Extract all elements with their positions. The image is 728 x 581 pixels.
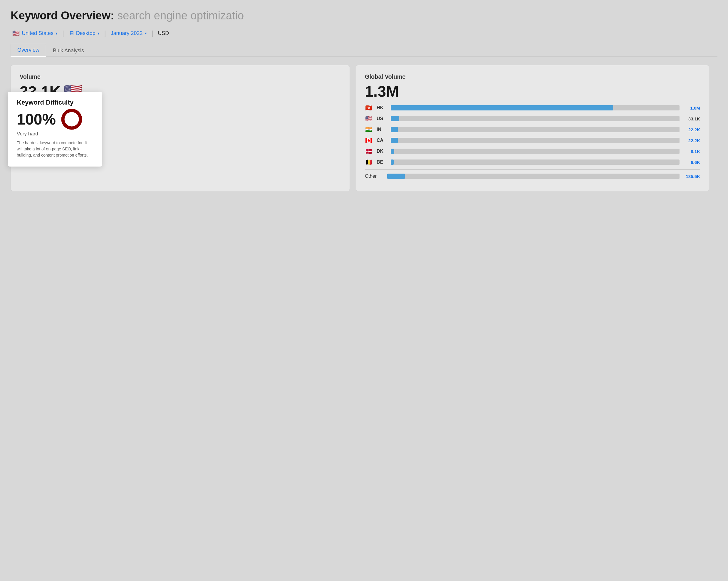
kd-value: 100% bbox=[17, 110, 56, 128]
monitor-icon: 🖥 bbox=[69, 30, 74, 36]
gv-other-bar bbox=[387, 174, 405, 179]
device-label: Desktop bbox=[76, 30, 96, 36]
gv-flag: 🇺🇸 bbox=[365, 115, 373, 122]
global-volume-label: Global Volume bbox=[365, 74, 700, 80]
gv-flag: 🇩🇰 bbox=[365, 148, 373, 155]
country-flag: 🇺🇸 bbox=[12, 30, 20, 37]
global-volume-card: Global Volume 1.3M 🇭🇰 HK 1.0M 🇺🇸 US 33.1… bbox=[356, 65, 709, 191]
gv-other-label: Other bbox=[365, 174, 384, 179]
global-volume-rows: 🇭🇰 HK 1.0M 🇺🇸 US 33.1K 🇮🇳 IN 22.2K 🇨🇦 CA… bbox=[365, 104, 700, 166]
global-volume-value: 1.3M bbox=[365, 82, 700, 100]
country-chevron-icon: ▾ bbox=[55, 31, 58, 35]
gv-bar bbox=[391, 138, 398, 143]
gv-country: US bbox=[376, 116, 387, 121]
separator-1: | bbox=[62, 29, 64, 37]
gv-value: 8.1K bbox=[683, 149, 700, 154]
gv-row: 🇮🇳 IN 22.2K bbox=[365, 126, 700, 133]
gv-value: 6.6K bbox=[683, 160, 700, 165]
gv-value: 22.2K bbox=[683, 138, 700, 143]
gv-flag: 🇭🇰 bbox=[365, 104, 373, 111]
gv-country: HK bbox=[376, 105, 387, 110]
kd-ring-icon bbox=[61, 109, 82, 130]
gv-country: BE bbox=[376, 159, 387, 165]
gv-other-row: Other 185.5K bbox=[365, 174, 700, 179]
gv-country: DK bbox=[376, 149, 387, 154]
device-chevron-icon: ▾ bbox=[98, 31, 100, 35]
country-selector[interactable]: 🇺🇸 United States ▾ bbox=[10, 28, 59, 38]
toolbar: 🇺🇸 United States ▾ | 🖥 Desktop ▾ | Janua… bbox=[10, 28, 718, 38]
gv-flag: 🇧🇪 bbox=[365, 159, 373, 166]
tab-bulk-analysis[interactable]: Bulk Analysis bbox=[46, 44, 91, 57]
gv-country: IN bbox=[376, 127, 387, 132]
gv-bar bbox=[391, 116, 399, 121]
gv-row: 🇩🇰 DK 8.1K bbox=[365, 148, 700, 155]
kd-description: The hardest keyword to compete for. It w… bbox=[17, 140, 93, 158]
date-chevron-icon: ▾ bbox=[145, 31, 147, 35]
gv-flag: 🇨🇦 bbox=[365, 137, 373, 144]
gv-bar bbox=[391, 127, 398, 132]
separator-2: | bbox=[104, 29, 106, 37]
kd-value-row: 100% bbox=[17, 109, 93, 130]
gv-divider bbox=[365, 169, 700, 170]
gv-flag: 🇮🇳 bbox=[365, 126, 373, 133]
gv-row: 🇨🇦 CA 22.2K bbox=[365, 137, 700, 144]
gv-row: 🇭🇰 HK 1.0M bbox=[365, 104, 700, 111]
gv-bar-wrap bbox=[391, 149, 679, 154]
gv-other-bar-wrap bbox=[387, 174, 679, 179]
gv-value: 33.1K bbox=[683, 116, 700, 121]
cards-row: Volume 33.1K 🇺🇸 Keyword Difficulty 100% … bbox=[10, 65, 718, 191]
gv-value: 1.0M bbox=[683, 105, 700, 110]
date-label: January 2022 bbox=[111, 30, 143, 36]
currency-label: USD bbox=[156, 29, 171, 37]
svg-point-1 bbox=[66, 113, 78, 125]
gv-bar-wrap bbox=[391, 116, 679, 121]
volume-card: Volume 33.1K 🇺🇸 Keyword Difficulty 100% … bbox=[10, 65, 350, 191]
gv-row: 🇧🇪 BE 6.6K bbox=[365, 159, 700, 166]
gv-other-value: 185.5K bbox=[683, 174, 700, 179]
kd-descriptor: Very hard bbox=[17, 131, 93, 137]
tab-overview[interactable]: Overview bbox=[10, 44, 46, 57]
gv-bar bbox=[391, 149, 394, 154]
gv-bar bbox=[391, 159, 394, 165]
tabs-bar: Overview Bulk Analysis bbox=[10, 44, 718, 57]
page-title: Keyword Overview: search engine optimiza… bbox=[10, 9, 718, 22]
gv-bar bbox=[391, 105, 613, 110]
kd-title: Keyword Difficulty bbox=[17, 99, 93, 106]
gv-bar-wrap bbox=[391, 127, 679, 132]
separator-3: | bbox=[152, 29, 153, 37]
page-title-keyword: search engine optimizatio bbox=[114, 9, 244, 22]
gv-bar-wrap bbox=[391, 159, 679, 165]
gv-bar-wrap bbox=[391, 138, 679, 143]
device-selector[interactable]: 🖥 Desktop ▾ bbox=[67, 29, 101, 37]
volume-label: Volume bbox=[20, 74, 341, 80]
kd-popup: Keyword Difficulty 100% Very hard The ha… bbox=[8, 91, 102, 166]
gv-row: 🇺🇸 US 33.1K bbox=[365, 115, 700, 122]
gv-country: CA bbox=[376, 138, 387, 143]
page-title-static: Keyword Overview: bbox=[10, 9, 114, 22]
country-label: United States bbox=[22, 30, 53, 36]
date-selector[interactable]: January 2022 ▾ bbox=[109, 29, 149, 37]
gv-bar-wrap bbox=[391, 105, 679, 110]
gv-value: 22.2K bbox=[683, 127, 700, 132]
